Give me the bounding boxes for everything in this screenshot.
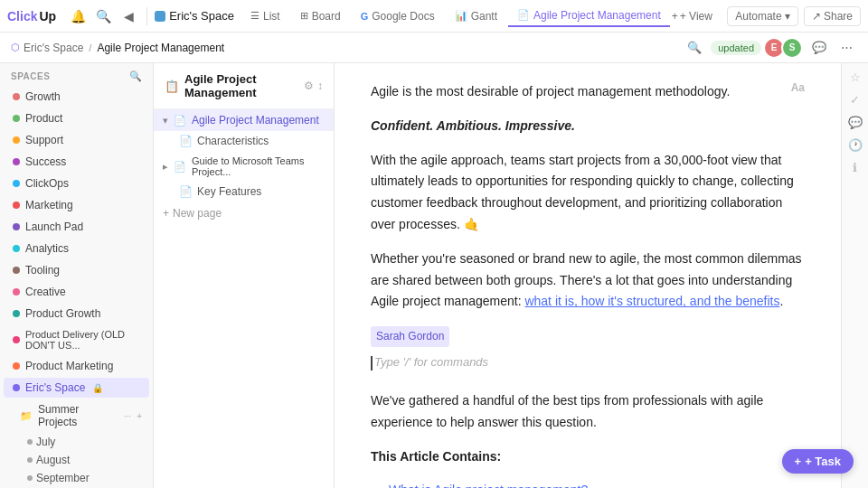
breadcrumb-space[interactable]: ⬡ Eric's Space [11,42,83,54]
sub-page-icon: 📄 [179,135,193,147]
sidebar-item-success[interactable]: Success [4,152,149,172]
sidebar-item-erics-space[interactable]: Eric's Space 🔒 [4,378,149,398]
sidebar-item-analytics[interactable]: Analytics [4,239,149,258]
app-logo: ClickUp [7,9,56,23]
sidebar-item-marketing-label: Marketing [25,199,73,211]
sidebar-item-support[interactable]: Support [4,130,149,150]
chevron-down-icon: ▾ [163,115,168,127]
chevron-right-icon: ▸ [163,161,168,173]
collapse-icon[interactable]: ◀ [118,5,139,27]
spaces-header: SPACES 🔍 [0,63,153,86]
new-page-button[interactable]: + New page [154,202,334,225]
spaces-label: SPACES [11,71,50,81]
lock-icon: 🔒 [92,383,103,393]
tab-google-docs[interactable]: G Google Docs [352,6,444,26]
sidebar-item-analytics-label: Analytics [25,242,69,255]
list-icon: ☰ [250,10,259,22]
tab-bar: ☰ List ⊞ Board G Google Docs 📊 Gantt 📄 A… [241,5,712,27]
updated-badge: updated [711,41,761,55]
para4-link[interactable]: what it is, how it's structured, and the… [524,294,779,308]
sidebar-item-marketing[interactable]: Marketing [4,195,149,215]
sidebar-item-growth[interactable]: Growth [4,87,149,107]
automate-button[interactable]: Automate ▾ [727,6,797,26]
task-label: + Task [805,455,841,468]
tab-gantt[interactable]: 📊 Gantt [446,6,506,26]
summer-add-icon[interactable]: + [137,411,142,421]
sidebar-item-product-growth[interactable]: Product Growth [4,304,149,324]
sidebar-item-product-growth-label: Product Growth [25,307,100,320]
analytics-dot [13,245,20,252]
comment-icon[interactable]: 💬 [808,37,830,59]
aa-button[interactable]: Aa [791,81,805,94]
left-sidebar: SPACES 🔍 Growth Product Support Success … [0,63,154,488]
mid-sub-key-features[interactable]: 📄 Key Features [154,182,334,202]
tab-agile-label: Agile Project Management [533,9,661,22]
marketing-dot [13,202,20,209]
sidebar-item-summer[interactable]: 📁 Summer Projects ··· + [4,399,149,432]
link-1[interactable]: What is Agile project management? [389,483,588,488]
tab-board-label: Board [312,10,341,23]
sidebar-item-creative[interactable]: Creative [4,282,149,302]
chevron-down-icon: ▾ [785,10,790,23]
rs-info-icon[interactable]: ℹ [853,161,857,174]
type-slash-prompt[interactable]: Type '/' for commands [371,347,805,381]
mid-item-agile-label: Agile Project Management [192,114,319,127]
mid-item-agile[interactable]: ▾ 📄 Agile Project Management [154,109,334,131]
sidebar-item-support-label: Support [25,134,63,146]
tab-board[interactable]: ⊞ Board [291,6,350,26]
sidebar-item-product-marketing-label: Product Marketing [25,360,113,372]
filter-icon[interactable]: ⚙ [304,80,314,92]
mid-item-guide-label: Guide to Microsoft Teams Project... [192,155,325,177]
product-dot [13,115,20,122]
search-breadcrumb-icon[interactable]: 🔍 [684,37,705,59]
breadcrumb-current: Agile Project Management [97,42,224,54]
rs-comment-icon[interactable]: 💬 [848,116,863,129]
para5: We've gathered a handful of the best tip… [371,390,805,434]
more-icon[interactable]: ⋯ [835,37,857,59]
avatar-2: S [781,37,803,59]
sidebar-item-creative-label: Creative [25,286,66,298]
rs-check-icon[interactable]: ✓ [850,93,860,107]
space-name: Eric's Space [169,9,234,23]
sidebar-item-clickops[interactable]: ClickOps [4,174,149,193]
sidebar-item-tooling-label: Tooling [25,264,60,277]
rs-clock-icon[interactable]: 🕐 [848,138,863,152]
sidebar-item-product[interactable]: Product [4,108,149,128]
tab-list[interactable]: ☰ List [241,6,289,26]
mid-item-guide[interactable]: ▸ 📄 Guide to Microsoft Teams Project... [154,151,334,182]
sidebar-item-august-label: August [36,454,70,466]
mid-sub-key-features-label: Key Features [197,185,261,198]
rs-star-icon[interactable]: ☆ [850,70,861,84]
sidebar-item-august[interactable]: August [0,451,153,469]
tab-gantt-label: Gantt [471,10,497,23]
mid-sub-characteristics-label: Characteristics [197,135,269,147]
mid-sub-characteristics[interactable]: 📄 Characteristics [154,131,334,151]
sidebar-item-launch-label: Launch Pad [25,221,83,233]
sidebar-item-launch[interactable]: Launch Pad [4,217,149,237]
sort-icon[interactable]: ↕ [317,80,323,92]
search-icon[interactable]: 🔍 [92,5,114,27]
tab-google-docs-label: Google Docs [372,10,434,23]
para1: Agile is the most desirable of project m… [371,81,805,103]
sidebar-item-product-delivery-label: Product Delivery (OLD DON'T US... [25,329,142,351]
sidebar-item-product-marketing[interactable]: Product Marketing [4,356,149,376]
share-icon: ↗ [812,10,821,23]
google-icon: G [361,11,369,22]
sidebar-item-product-delivery[interactable]: Product Delivery (OLD DON'T US... [4,325,149,354]
task-fab-button[interactable]: + + Task [782,449,854,474]
sidebar-item-july[interactable]: July [0,433,153,451]
add-view-button[interactable]: + + View [672,10,712,23]
share-button[interactable]: ↗ Share [804,6,861,26]
content-area[interactable]: Aa Agile is the most desirable of projec… [335,63,841,488]
space-selector[interactable]: Eric's Space [155,9,234,23]
sidebar-item-september-label: September [36,472,90,484]
tab-agile[interactable]: 📄 Agile Project Management [508,5,670,27]
notifications-icon[interactable]: 🔔 [67,5,89,27]
sidebar-item-september[interactable]: September [0,469,153,487]
task-plus-icon: + [795,455,802,468]
para4: Whether you're seasoned or brand new to … [371,249,805,313]
sidebar-item-tooling[interactable]: Tooling [4,260,149,280]
search-spaces-icon[interactable]: 🔍 [129,70,143,82]
topbar-right: Automate ▾ ↗ Share [727,6,861,26]
summer-more-icon[interactable]: ··· [124,411,131,421]
